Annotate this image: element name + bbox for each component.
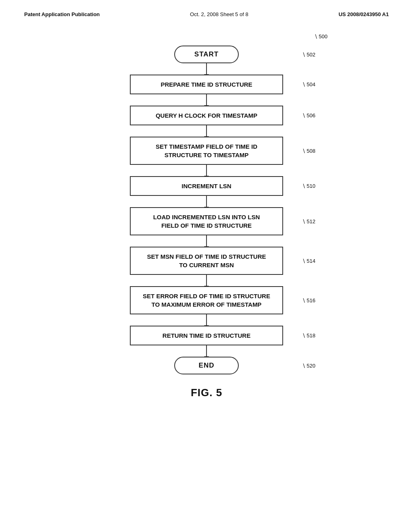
node-516: SET ERROR FIELD OF TIME ID STRUCTURETO M…	[130, 286, 283, 314]
node-row-end: END ∖ 520	[86, 357, 327, 374]
arrow-7	[206, 275, 207, 286]
node-514: SET MSN FIELD OF TIME ID STRUCTURETO CUR…	[130, 247, 283, 275]
node-512: LOAD INCREMENTED LSN INTO LSNFIELD OF TI…	[130, 207, 283, 235]
node-504: PREPARE TIME ID STRUCTURE	[130, 75, 283, 94]
node-506: QUERY H CLOCK FOR TIMESTAMP	[130, 106, 283, 125]
arrow-5	[206, 196, 207, 207]
node-row-516: SET ERROR FIELD OF TIME ID STRUCTURETO M…	[86, 286, 327, 314]
node-518: RETURN TIME ID STRUCTURE	[130, 326, 283, 345]
header-center: Oct. 2, 2008 Sheet 5 of 8	[190, 11, 248, 17]
node-510: INCREMENT LSN	[130, 176, 283, 196]
node-row-506: QUERY H CLOCK FOR TIMESTAMP ∖ 506	[86, 106, 327, 125]
arrow-8	[206, 314, 207, 326]
ref-508: ∖ 508	[302, 148, 315, 154]
ref-520: ∖ 520	[302, 363, 315, 369]
arrow-9	[206, 345, 207, 357]
ref-502: ∖ 502	[302, 52, 315, 58]
node-row-504: PREPARE TIME ID STRUCTURE ∖ 504	[86, 75, 327, 94]
ref-514: ∖ 514	[302, 258, 315, 264]
flowchart: START ∖ 502 PREPARE TIME ID STRUCTURE ∖ …	[86, 29, 327, 374]
figure-label: FIG. 5	[191, 387, 222, 399]
ref-504: ∖ 504	[302, 81, 315, 87]
ref-506: ∖ 506	[302, 112, 315, 118]
arrow-4	[206, 165, 207, 176]
arrow-2	[206, 94, 207, 106]
arrow-3	[206, 125, 207, 137]
start-node: START	[174, 46, 239, 63]
ref-510: ∖ 510	[302, 183, 315, 189]
arrow-1	[206, 63, 207, 75]
node-row-508: SET TIMESTAMP FIELD OF TIME IDSTRUCTURE …	[86, 137, 327, 165]
ref-512: ∖ 512	[302, 218, 315, 224]
header-right: US 2008/0243950 A1	[338, 11, 389, 17]
arrow-6	[206, 235, 207, 247]
node-row-510: INCREMENT LSN ∖ 510	[86, 176, 327, 196]
page-header: Patent Application Publication Oct. 2, 2…	[0, 0, 413, 17]
node-row-512: LOAD INCREMENTED LSN INTO LSNFIELD OF TI…	[86, 207, 327, 235]
node-row-514: SET MSN FIELD OF TIME ID STRUCTURETO CUR…	[86, 247, 327, 275]
ref-516: ∖ 516	[302, 297, 315, 303]
end-node: END	[174, 357, 239, 374]
node-row-start: START ∖ 502	[86, 46, 327, 63]
diagram-area: ∖ 500 START ∖ 502 PREPARE TIME ID STRUCT…	[0, 17, 413, 399]
header-left: Patent Application Publication	[24, 11, 100, 17]
ref-518: ∖ 518	[302, 332, 315, 339]
node-508: SET TIMESTAMP FIELD OF TIME IDSTRUCTURE …	[130, 137, 283, 165]
node-row-518: RETURN TIME ID STRUCTURE ∖ 518	[86, 326, 327, 345]
